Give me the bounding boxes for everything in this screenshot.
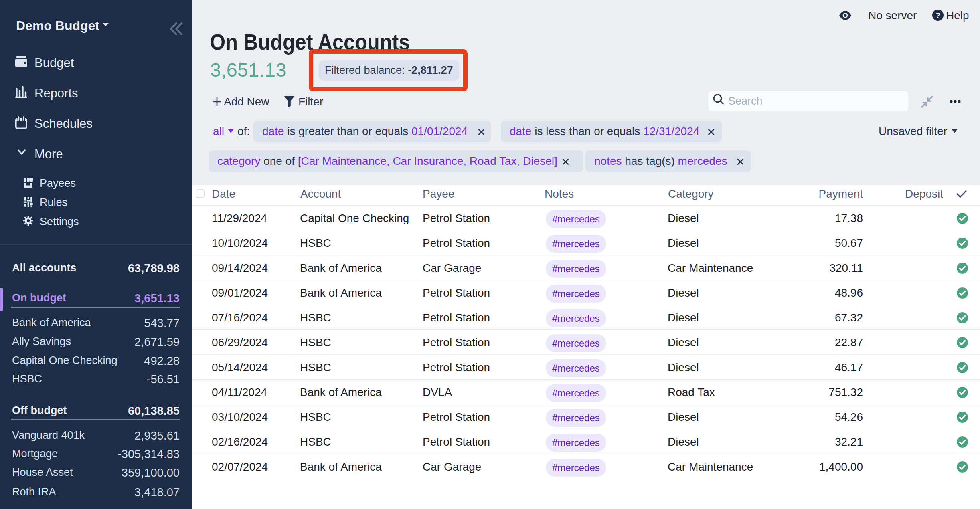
svg-text:?: ? <box>935 11 940 20</box>
